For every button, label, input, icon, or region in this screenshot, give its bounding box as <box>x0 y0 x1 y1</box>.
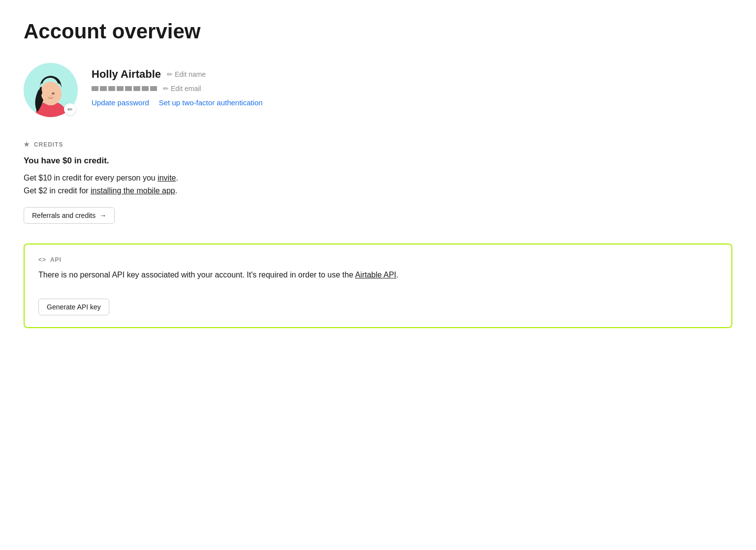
edit-email-button[interactable]: ✏ Edit email <box>163 85 201 92</box>
profile-name: Holly Airtable <box>92 68 161 81</box>
svg-point-3 <box>40 82 62 105</box>
profile-actions: Update password Set up two-factor authen… <box>92 98 263 107</box>
code-icon: <> <box>38 256 46 263</box>
email-block <box>100 86 107 91</box>
pencil-icon: ✏ <box>167 70 173 78</box>
email-block <box>92 86 98 91</box>
pencil-icon: ✏ <box>163 85 169 92</box>
page-title: Account overview <box>24 20 732 43</box>
generate-api-key-button[interactable]: Generate API key <box>38 299 109 315</box>
credits-section: ★ CREDITS You have $0 in credit. Get $10… <box>24 141 732 224</box>
credits-amount: You have $0 in credit. <box>24 156 732 166</box>
email-block <box>125 86 132 91</box>
credits-mobile-text: Get $2 in credit for installing the mobi… <box>24 186 732 195</box>
profile-email-row: ✏ Edit email <box>92 85 263 92</box>
email-block <box>142 86 149 91</box>
api-description: There is no personal API key associated … <box>38 269 718 281</box>
invite-link[interactable]: invite <box>158 174 176 182</box>
avatar-wrapper: ✏ <box>24 63 78 117</box>
airtable-api-link[interactable]: Airtable API <box>355 271 396 279</box>
api-section-header: <> API <box>38 256 718 263</box>
credits-invite-text: Get $10 in credit for every person you i… <box>24 174 732 183</box>
update-password-button[interactable]: Update password <box>92 98 149 107</box>
edit-name-button[interactable]: ✏ Edit name <box>167 70 206 78</box>
referrals-button[interactable]: Referrals and credits → <box>24 207 115 224</box>
profile-name-row: Holly Airtable ✏ Edit name <box>92 68 263 81</box>
arrow-icon: → <box>99 212 106 219</box>
email-block <box>117 86 124 91</box>
profile-info: Holly Airtable ✏ Edit name ✏ Edit email <box>92 63 263 107</box>
mobile-app-link[interactable]: installing the mobile app <box>91 186 175 195</box>
email-masked <box>92 86 157 91</box>
svg-point-4 <box>52 92 55 94</box>
email-block <box>133 86 140 91</box>
credits-section-header: ★ CREDITS <box>24 141 732 148</box>
email-block <box>150 86 157 91</box>
two-factor-auth-button[interactable]: Set up two-factor authentication <box>159 98 263 107</box>
svg-point-5 <box>50 95 52 97</box>
star-icon: ★ <box>24 141 30 148</box>
email-block <box>108 86 115 91</box>
api-section: <> API There is no personal API key asso… <box>24 244 732 328</box>
avatar-edit-button[interactable]: ✏ <box>64 103 76 115</box>
profile-section: ✏ Holly Airtable ✏ Edit name ✏ E <box>24 63 732 117</box>
